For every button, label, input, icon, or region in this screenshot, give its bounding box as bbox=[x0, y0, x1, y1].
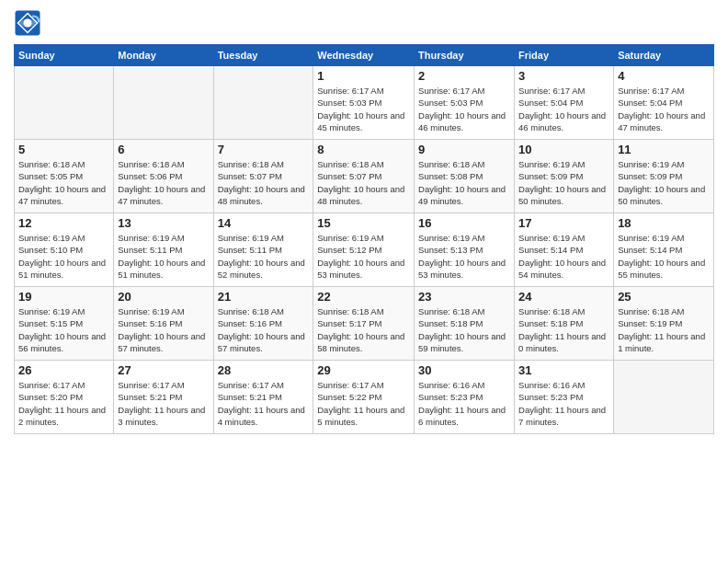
day-info: Sunrise: 6:19 AM Sunset: 5:15 PM Dayligh… bbox=[18, 305, 109, 354]
day-number: 25 bbox=[618, 290, 710, 304]
calendar-week-2: 5Sunrise: 6:18 AM Sunset: 5:05 PM Daylig… bbox=[15, 140, 714, 213]
calendar-cell: 15Sunrise: 6:19 AM Sunset: 5:12 PM Dayli… bbox=[313, 213, 415, 287]
day-header-monday: Monday bbox=[114, 45, 213, 66]
calendar-cell: 6Sunrise: 6:18 AM Sunset: 5:06 PM Daylig… bbox=[114, 140, 213, 213]
calendar-cell: 14Sunrise: 6:19 AM Sunset: 5:11 PM Dayli… bbox=[213, 213, 313, 287]
calendar-cell: 17Sunrise: 6:19 AM Sunset: 5:14 PM Dayli… bbox=[515, 213, 614, 287]
calendar-cell: 31Sunrise: 6:16 AM Sunset: 5:23 PM Dayli… bbox=[515, 361, 614, 434]
day-header-saturday: Saturday bbox=[614, 45, 714, 66]
day-info: Sunrise: 6:18 AM Sunset: 5:18 PM Dayligh… bbox=[518, 305, 609, 354]
calendar-cell: 16Sunrise: 6:19 AM Sunset: 5:13 PM Dayli… bbox=[415, 213, 515, 287]
day-info: Sunrise: 6:17 AM Sunset: 5:22 PM Dayligh… bbox=[317, 379, 410, 428]
calendar-cell: 26Sunrise: 6:17 AM Sunset: 5:20 PM Dayli… bbox=[15, 361, 114, 434]
day-info: Sunrise: 6:18 AM Sunset: 5:18 PM Dayligh… bbox=[418, 305, 510, 354]
calendar-week-1: 1Sunrise: 6:17 AM Sunset: 5:03 PM Daylig… bbox=[15, 66, 714, 140]
calendar-cell: 9Sunrise: 6:18 AM Sunset: 5:08 PM Daylig… bbox=[415, 140, 515, 213]
day-info: Sunrise: 6:19 AM Sunset: 5:11 PM Dayligh… bbox=[218, 232, 310, 281]
day-number: 8 bbox=[317, 143, 410, 156]
day-info: Sunrise: 6:18 AM Sunset: 5:07 PM Dayligh… bbox=[218, 158, 310, 207]
day-info: Sunrise: 6:19 AM Sunset: 5:10 PM Dayligh… bbox=[18, 232, 109, 281]
day-info: Sunrise: 6:17 AM Sunset: 5:04 PM Dayligh… bbox=[518, 85, 609, 133]
calendar-cell: 10Sunrise: 6:19 AM Sunset: 5:09 PM Dayli… bbox=[515, 140, 614, 213]
day-number: 15 bbox=[317, 216, 410, 230]
day-number: 10 bbox=[518, 143, 609, 156]
day-header-tuesday: Tuesday bbox=[213, 45, 313, 66]
day-info: Sunrise: 6:17 AM Sunset: 5:03 PM Dayligh… bbox=[317, 85, 410, 133]
calendar-week-3: 12Sunrise: 6:19 AM Sunset: 5:10 PM Dayli… bbox=[15, 213, 714, 287]
calendar-cell: 13Sunrise: 6:19 AM Sunset: 5:11 PM Dayli… bbox=[114, 213, 213, 287]
day-number: 7 bbox=[218, 143, 310, 156]
day-info: Sunrise: 6:19 AM Sunset: 5:09 PM Dayligh… bbox=[618, 158, 710, 207]
svg-point-1 bbox=[24, 19, 32, 28]
calendar-cell: 28Sunrise: 6:17 AM Sunset: 5:21 PM Dayli… bbox=[213, 361, 313, 434]
day-number: 6 bbox=[118, 143, 209, 156]
calendar-week-4: 19Sunrise: 6:19 AM Sunset: 5:15 PM Dayli… bbox=[15, 287, 714, 361]
day-info: Sunrise: 6:16 AM Sunset: 5:23 PM Dayligh… bbox=[418, 379, 510, 428]
calendar-cell: 24Sunrise: 6:18 AM Sunset: 5:18 PM Dayli… bbox=[515, 287, 614, 361]
calendar-cell: 5Sunrise: 6:18 AM Sunset: 5:05 PM Daylig… bbox=[15, 140, 114, 213]
day-number: 12 bbox=[18, 216, 109, 230]
calendar-container: SundayMondayTuesdayWednesdayThursdayFrid… bbox=[0, 0, 728, 443]
calendar-cell bbox=[114, 66, 213, 140]
day-number: 13 bbox=[118, 216, 209, 230]
day-number: 3 bbox=[518, 69, 609, 83]
calendar-cell: 8Sunrise: 6:18 AM Sunset: 5:07 PM Daylig… bbox=[313, 140, 415, 213]
day-info: Sunrise: 6:19 AM Sunset: 5:16 PM Dayligh… bbox=[118, 305, 209, 354]
day-info: Sunrise: 6:17 AM Sunset: 5:03 PM Dayligh… bbox=[418, 85, 510, 133]
calendar-cell: 3Sunrise: 6:17 AM Sunset: 5:04 PM Daylig… bbox=[515, 66, 614, 140]
day-info: Sunrise: 6:18 AM Sunset: 5:17 PM Dayligh… bbox=[317, 305, 410, 354]
day-info: Sunrise: 6:18 AM Sunset: 5:16 PM Dayligh… bbox=[218, 305, 310, 354]
day-number: 18 bbox=[618, 216, 710, 230]
calendar-cell bbox=[614, 361, 714, 434]
day-number: 24 bbox=[518, 290, 609, 304]
day-info: Sunrise: 6:17 AM Sunset: 5:21 PM Dayligh… bbox=[118, 379, 209, 428]
calendar-cell: 23Sunrise: 6:18 AM Sunset: 5:18 PM Dayli… bbox=[415, 287, 515, 361]
day-info: Sunrise: 6:19 AM Sunset: 5:13 PM Dayligh… bbox=[418, 232, 510, 281]
day-number: 4 bbox=[618, 69, 710, 83]
day-number: 22 bbox=[317, 290, 410, 304]
day-info: Sunrise: 6:19 AM Sunset: 5:14 PM Dayligh… bbox=[518, 232, 609, 281]
calendar-cell: 7Sunrise: 6:18 AM Sunset: 5:07 PM Daylig… bbox=[213, 140, 313, 213]
day-number: 2 bbox=[418, 69, 510, 83]
day-info: Sunrise: 6:19 AM Sunset: 5:09 PM Dayligh… bbox=[518, 158, 609, 207]
day-info: Sunrise: 6:17 AM Sunset: 5:04 PM Dayligh… bbox=[618, 85, 710, 133]
day-header-wednesday: Wednesday bbox=[313, 45, 415, 66]
calendar-table: SundayMondayTuesdayWednesdayThursdayFrid… bbox=[14, 44, 714, 434]
day-number: 17 bbox=[518, 216, 609, 230]
day-header-friday: Friday bbox=[515, 45, 614, 66]
day-number: 19 bbox=[18, 290, 109, 304]
day-number: 21 bbox=[218, 290, 310, 304]
day-number: 31 bbox=[518, 363, 609, 377]
calendar-cell: 20Sunrise: 6:19 AM Sunset: 5:16 PM Dayli… bbox=[114, 287, 213, 361]
day-number: 28 bbox=[218, 363, 310, 377]
calendar-cell: 19Sunrise: 6:19 AM Sunset: 5:15 PM Dayli… bbox=[15, 287, 114, 361]
day-number: 9 bbox=[418, 143, 510, 156]
day-number: 27 bbox=[118, 363, 209, 377]
day-info: Sunrise: 6:19 AM Sunset: 5:12 PM Dayligh… bbox=[317, 232, 410, 281]
logo bbox=[14, 9, 45, 37]
day-number: 26 bbox=[18, 363, 109, 377]
day-number: 16 bbox=[418, 216, 510, 230]
day-info: Sunrise: 6:18 AM Sunset: 5:07 PM Dayligh… bbox=[317, 158, 410, 207]
calendar-cell bbox=[15, 66, 114, 140]
day-info: Sunrise: 6:18 AM Sunset: 5:05 PM Dayligh… bbox=[18, 158, 109, 207]
day-number: 20 bbox=[118, 290, 209, 304]
day-info: Sunrise: 6:18 AM Sunset: 5:19 PM Dayligh… bbox=[618, 305, 710, 354]
calendar-cell bbox=[213, 66, 313, 140]
calendar-cell: 2Sunrise: 6:17 AM Sunset: 5:03 PM Daylig… bbox=[415, 66, 515, 140]
header bbox=[14, 9, 714, 37]
calendar-cell: 25Sunrise: 6:18 AM Sunset: 5:19 PM Dayli… bbox=[614, 287, 714, 361]
calendar-header-row: SundayMondayTuesdayWednesdayThursdayFrid… bbox=[15, 45, 714, 66]
day-number: 1 bbox=[317, 69, 410, 83]
day-info: Sunrise: 6:19 AM Sunset: 5:11 PM Dayligh… bbox=[118, 232, 209, 281]
day-number: 5 bbox=[18, 143, 109, 156]
day-number: 30 bbox=[418, 363, 510, 377]
day-header-sunday: Sunday bbox=[15, 45, 114, 66]
day-info: Sunrise: 6:17 AM Sunset: 5:20 PM Dayligh… bbox=[18, 379, 109, 428]
calendar-cell: 29Sunrise: 6:17 AM Sunset: 5:22 PM Dayli… bbox=[313, 361, 415, 434]
logo-icon bbox=[14, 9, 41, 37]
calendar-cell: 1Sunrise: 6:17 AM Sunset: 5:03 PM Daylig… bbox=[313, 66, 415, 140]
day-info: Sunrise: 6:18 AM Sunset: 5:08 PM Dayligh… bbox=[418, 158, 510, 207]
day-info: Sunrise: 6:17 AM Sunset: 5:21 PM Dayligh… bbox=[218, 379, 310, 428]
calendar-week-5: 26Sunrise: 6:17 AM Sunset: 5:20 PM Dayli… bbox=[15, 361, 714, 434]
